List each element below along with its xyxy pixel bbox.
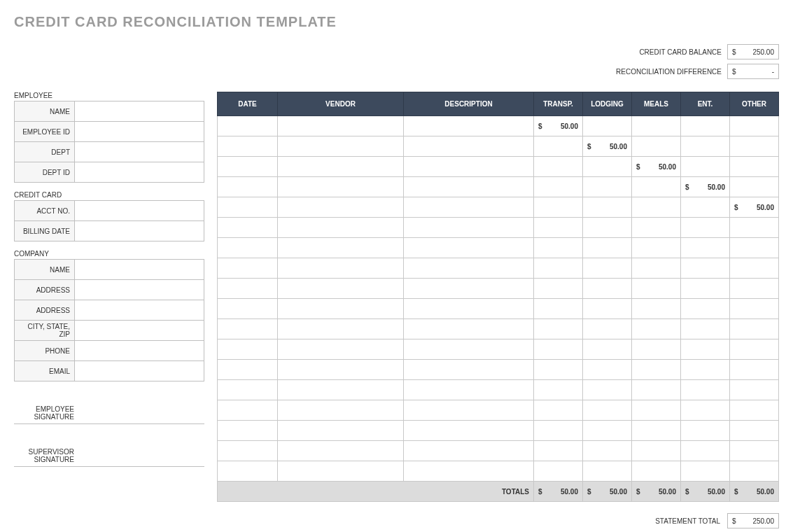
cell-transp[interactable] [534,238,583,258]
cell-transp[interactable] [534,197,583,218]
cell-other[interactable] [730,258,779,279]
cell-vendor[interactable] [278,279,404,299]
cell-vendor[interactable] [278,360,404,380]
cell-meals[interactable] [632,380,681,400]
cell-ent[interactable] [681,461,730,482]
cell-meals[interactable] [632,116,681,136]
cell-date[interactable] [218,299,278,319]
cell-desc[interactable] [404,258,534,279]
cell-transp[interactable] [534,380,583,400]
credit-card-balance-value[interactable]: $ 250.00 [727,44,779,59]
cell-desc[interactable] [404,441,534,461]
cell-meals[interactable] [632,279,681,299]
cell-meals[interactable] [632,177,681,197]
cell-transp[interactable] [534,299,583,319]
cell-meals[interactable] [632,258,681,279]
cell-date[interactable] [218,197,278,218]
cell-ent[interactable] [681,116,730,136]
cell-ent[interactable] [681,380,730,400]
cell-lodging[interactable] [583,461,632,482]
cell-other[interactable] [730,136,779,157]
cell-meals[interactable] [632,319,681,340]
cell-transp[interactable] [534,218,583,238]
cell-date[interactable] [218,177,278,197]
cell-meals[interactable] [632,299,681,319]
info-input[interactable] [75,280,204,300]
supervisor-signature-line[interactable] [14,466,204,467]
cell-meals[interactable] [632,461,681,482]
cell-vendor[interactable] [278,299,404,319]
cell-lodging[interactable] [583,340,632,360]
cell-desc[interactable] [404,340,534,360]
cell-ent[interactable] [681,360,730,380]
info-input[interactable] [75,361,204,382]
cell-lodging[interactable] [583,421,632,441]
cell-other[interactable] [730,400,779,421]
cell-lodging[interactable] [583,197,632,218]
info-input[interactable] [75,300,204,321]
cell-vendor[interactable] [278,177,404,197]
cell-transp[interactable] [534,319,583,340]
cell-lodging[interactable] [583,218,632,238]
cell-date[interactable] [218,441,278,461]
cell-ent[interactable] [681,400,730,421]
employee-signature-line[interactable] [14,424,204,424]
cell-date[interactable] [218,279,278,299]
cell-ent[interactable] [681,441,730,461]
cell-desc[interactable] [404,380,534,400]
cell-lodging[interactable] [583,177,632,197]
cell-meals[interactable] [632,421,681,441]
cell-desc[interactable] [404,279,534,299]
cell-other[interactable] [730,116,779,136]
cell-desc[interactable] [404,400,534,421]
info-input[interactable] [75,341,204,361]
cell-other[interactable] [730,360,779,380]
cell-other[interactable] [730,177,779,197]
cell-date[interactable] [218,116,278,136]
cell-ent[interactable] [681,421,730,441]
cell-lodging[interactable] [583,299,632,319]
cell-desc[interactable] [404,218,534,238]
cell-desc[interactable] [404,461,534,482]
cell-lodging[interactable] [583,319,632,340]
cell-desc[interactable] [404,116,534,136]
cell-lodging[interactable] [583,157,632,177]
cell-transp[interactable] [534,421,583,441]
cell-desc[interactable] [404,136,534,157]
cell-transp[interactable] [534,360,583,380]
info-input[interactable] [75,221,204,241]
cell-lodging[interactable] [583,380,632,400]
cell-lodging[interactable] [583,441,632,461]
info-input[interactable] [75,260,204,280]
cell-date[interactable] [218,340,278,360]
cell-meals[interactable] [632,136,681,157]
cell-meals[interactable] [632,340,681,360]
cell-lodging[interactable] [583,258,632,279]
cell-vendor[interactable] [278,340,404,360]
cell-other[interactable] [730,461,779,482]
cell-desc[interactable] [404,238,534,258]
cell-ent[interactable] [681,238,730,258]
cell-transp[interactable] [534,400,583,421]
cell-ent[interactable] [681,136,730,157]
cell-vendor[interactable] [278,319,404,340]
cell-desc[interactable] [404,319,534,340]
cell-vendor[interactable] [278,400,404,421]
cell-vendor[interactable] [278,421,404,441]
cell-other[interactable] [730,441,779,461]
cell-other[interactable] [730,340,779,360]
info-input[interactable] [75,201,204,221]
cell-vendor[interactable] [278,197,404,218]
cell-date[interactable] [218,400,278,421]
cell-lodging[interactable] [583,279,632,299]
cell-other[interactable] [730,157,779,177]
info-input[interactable] [75,321,204,341]
cell-date[interactable] [218,238,278,258]
cell-date[interactable] [218,319,278,340]
cell-other[interactable] [730,319,779,340]
cell-transp[interactable] [534,461,583,482]
cell-ent[interactable]: $50.00 [681,177,730,197]
cell-desc[interactable] [404,360,534,380]
cell-vendor[interactable] [278,218,404,238]
cell-ent[interactable] [681,258,730,279]
